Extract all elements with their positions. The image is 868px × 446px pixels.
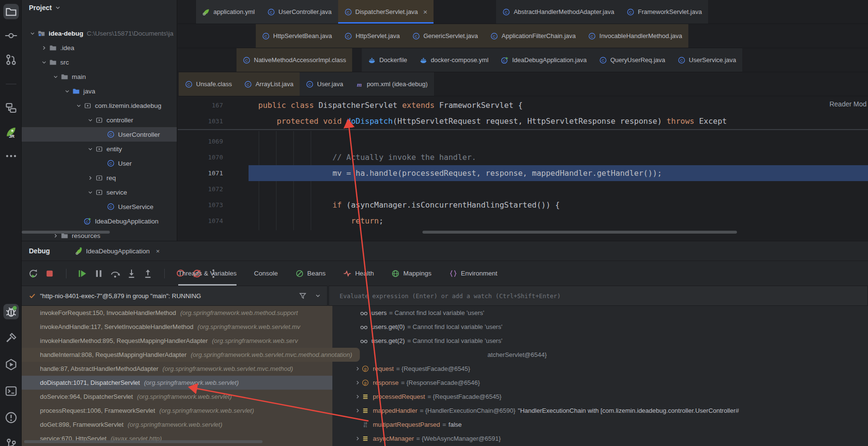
editor-tab[interactable]: C UserController.java — [261, 0, 338, 24]
debug-view-tab[interactable]: Console — [254, 261, 278, 286]
stack-frame-row[interactable]: invokeAndHandle:117, ServletInvocableHan… — [22, 320, 332, 334]
toolbar-button[interactable] — [44, 268, 55, 279]
editor-tab[interactable]: C ApplicationFilterChain.java — [484, 24, 582, 48]
editor-tab[interactable]: C DispatcherServlet.java × — [338, 0, 434, 24]
expand-chevron[interactable] — [354, 407, 361, 414]
activity-bar-button[interactable]: JR — [3, 124, 19, 140]
activity-bar-button[interactable] — [3, 383, 19, 399]
debug-session-tab[interactable]: IdeaDebugApplication × — [75, 247, 160, 255]
variable-row[interactable]: processedRequest = {RequestFacade@6545} — [332, 390, 868, 404]
tree-chevron[interactable] — [98, 159, 105, 167]
stack-frame-row[interactable]: service:670, HttpServlet (javax.servlet.… — [22, 432, 332, 446]
code-editor[interactable]: 10691070 // Actually invoke the handler.… — [178, 131, 868, 241]
editor-tab[interactable]: C FrameworkServlet.java — [620, 0, 708, 24]
toolbar-button[interactable] — [27, 268, 39, 279]
tree-row[interactable]: src — [22, 55, 177, 69]
stack-frame-row[interactable]: processRequest:1006, FrameworkServlet (o… — [22, 404, 332, 418]
tree-row[interactable]: req — [22, 171, 177, 185]
activity-bar-button[interactable] — [3, 76, 19, 92]
watch-row[interactable]: users.get(0) = Cannot find local variabl… — [332, 320, 868, 334]
editor-tab[interactable]: C HttpServletBean.java — [256, 24, 338, 48]
activity-bar-button[interactable] — [3, 304, 19, 319]
editor-tab[interactable]: C ArrayList.java — [238, 72, 300, 96]
editor-tab[interactable]: docker-compose.yml — [413, 48, 495, 72]
frames-hscrollbar[interactable] — [24, 440, 263, 443]
debug-view-tab[interactable]: Beans — [295, 261, 326, 286]
stack-frame-row[interactable]: doDispatch:1071, DispatcherServlet (org.… — [22, 376, 332, 390]
stack-frame-row[interactable]: handleInternal:808, RequestMappingHandle… — [22, 348, 360, 362]
expand-chevron[interactable] — [354, 394, 361, 400]
tree-row[interactable]: C UserController — [22, 127, 177, 142]
activity-bar-button[interactable] — [3, 357, 19, 372]
activity-bar-button[interactable] — [3, 148, 19, 164]
editor-tab[interactable]: C IdeaDebugApplication.java — [495, 48, 593, 72]
watch-row[interactable]: users = Cannot find local variable 'user… — [332, 306, 868, 320]
tree-chevron[interactable] — [86, 174, 94, 182]
toolbar-button[interactable] — [158, 268, 170, 279]
tree-row[interactable]: controller — [22, 113, 177, 127]
toolbar-button[interactable] — [77, 268, 88, 279]
code-line-167[interactable]: 167public class DispatcherServlet extend… — [178, 97, 868, 113]
toolbar-button[interactable] — [142, 268, 154, 279]
tree-chevron[interactable] — [63, 87, 71, 95]
activity-bar-button[interactable] — [3, 100, 19, 116]
tree-chevron[interactable] — [86, 145, 94, 153]
toolbar-button[interactable] — [109, 268, 121, 279]
tree-row[interactable]: resources — [22, 228, 177, 241]
tree-row[interactable]: entity — [22, 142, 177, 156]
tree-chevron[interactable] — [75, 217, 82, 225]
activity-bar-button[interactable] — [3, 28, 19, 43]
editor-tab[interactable]: C AbstractHandlerMethodAdapter.java — [496, 0, 620, 24]
editor-tab[interactable]: Dockerfile — [362, 48, 413, 72]
filter-icon[interactable] — [299, 292, 307, 300]
tree-row[interactable]: C UserService — [22, 199, 177, 214]
watch-row[interactable]: users.get(2) = Cannot find local variabl… — [332, 334, 868, 348]
editor-tab[interactable]: C QueryUserReq.java — [593, 48, 671, 72]
editor-tab[interactable]: application.yml — [196, 0, 261, 24]
tree-row[interactable]: .idea — [22, 40, 177, 55]
activity-bar-button[interactable] — [3, 52, 19, 67]
variable-row[interactable]: asyncManager = {WebAsyncManager@6591} — [332, 432, 868, 446]
activity-bar-button[interactable] — [3, 410, 19, 425]
expand-chevron[interactable] — [354, 435, 361, 442]
editor-tab[interactable]: C Unsafe.class — [179, 72, 238, 96]
variable-row[interactable]: 1001 multipartRequestParsed = false — [332, 418, 868, 432]
tree-row[interactable]: C IdeaDebugApplication — [22, 214, 177, 228]
editor-tab[interactable]: C NativeMethodAccessorImpl.class — [237, 48, 352, 72]
code-line-1072[interactable]: 1072 — [178, 181, 868, 197]
reader-mode-toggle[interactable]: Reader Mod — [829, 100, 867, 108]
editor-tab[interactable]: C GenericServlet.java — [406, 24, 484, 48]
tree-row[interactable]: com.lizemin.ideadebug — [22, 98, 177, 113]
chevron-down-icon[interactable] — [315, 292, 321, 299]
variable-row[interactable]: p response = {ResponseFacade@6546} — [332, 376, 868, 390]
tree-row[interactable]: java — [22, 84, 177, 98]
code-line-1071[interactable]: 1071 mv = ha.handle(processedRequest, re… — [178, 165, 868, 181]
tree-chevron[interactable] — [75, 102, 82, 109]
close-icon[interactable]: × — [156, 248, 160, 255]
tree-row[interactable]: main — [22, 69, 177, 84]
variable-row[interactable]: p request = {RequestFacade@6545} — [332, 362, 868, 376]
variable-row[interactable]: mappedHandler = {HandlerExecutionChain@6… — [332, 404, 868, 418]
tree-chevron[interactable] — [52, 73, 59, 80]
tree-chevron[interactable] — [86, 188, 94, 196]
code-line-1073[interactable]: 1073 if (asyncManager.isConcurrentHandli… — [178, 197, 868, 213]
code-line-1070[interactable]: 1070 // Actually invoke the handler. — [178, 149, 868, 165]
editor-tab[interactable]: m pom.xml (idea-debug) — [349, 72, 434, 96]
debug-view-tab[interactable]: Health — [343, 261, 374, 286]
tree-chevron[interactable] — [98, 131, 105, 138]
tree-row[interactable]: service — [22, 185, 177, 199]
expand-chevron[interactable] — [354, 380, 361, 386]
tree-chevron[interactable] — [40, 58, 48, 66]
this-row-partial[interactable]: atcherServlet@6544} — [332, 348, 868, 362]
expand-chevron[interactable] — [354, 366, 361, 372]
stack-frame-row[interactable]: doGet:898, FrameworkServlet (org.springf… — [22, 418, 332, 432]
editor-tab[interactable]: C HttpServlet.java — [338, 24, 406, 48]
project-hscrollbar[interactable] — [22, 231, 110, 234]
stack-frame-row[interactable]: invokeForRequest:150, InvocableHandlerMe… — [22, 306, 332, 320]
editor-tab[interactable]: C User.java — [300, 72, 349, 96]
activity-bar-button[interactable] — [3, 330, 19, 346]
editor-hscrollbar[interactable] — [422, 231, 737, 234]
debug-view-tab[interactable]: Mappings — [391, 261, 432, 286]
editor-tab[interactable]: C InvocableHandlerMethod.java — [582, 24, 688, 48]
code-line-1069[interactable]: 1069 — [178, 133, 868, 149]
